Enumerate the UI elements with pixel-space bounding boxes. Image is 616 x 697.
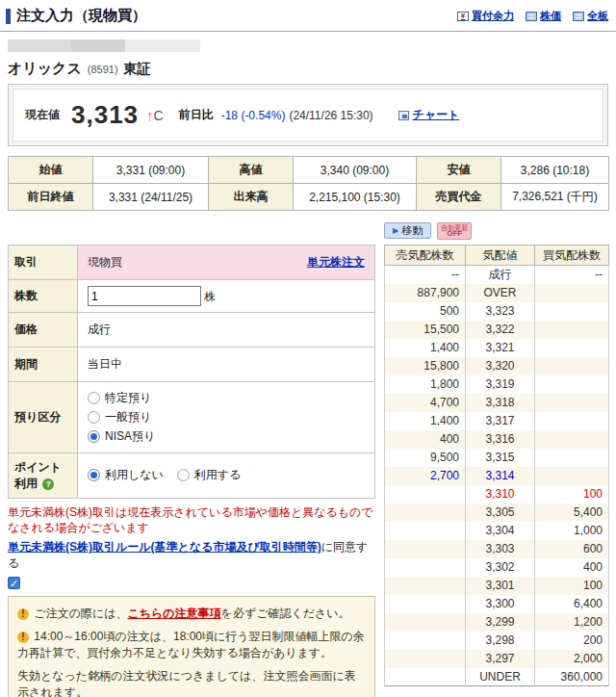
current-price-label: 現在値 — [25, 107, 60, 123]
order-book-price-cell: 3,310 — [466, 485, 535, 503]
order-book-price-cell: 3,304 — [466, 522, 535, 540]
order-book-buy-cell: 600 — [535, 540, 609, 558]
radio-icon[interactable] — [177, 469, 190, 481]
order-book-row: 9,5003,315 — [385, 449, 609, 467]
order-book-price-cell: 3,301 — [466, 577, 535, 595]
order-book-buy-cell — [535, 449, 609, 467]
radio-option[interactable]: 特定預り — [88, 390, 365, 406]
notes-box: ! ご注文の際には、こちらの注意事項を必ずご確認ください。 ! 14:00～16… — [8, 596, 375, 697]
order-book-price-cell: 3,319 — [466, 375, 535, 394]
order-book-row: 3,302400 — [385, 558, 609, 577]
order-book-row: 15,8003,320 — [385, 357, 609, 375]
deposit-type-label: 預り区分 — [9, 382, 78, 453]
period-label: 期間 — [9, 348, 78, 382]
order-book-sell-cell: 887,900 — [385, 284, 466, 302]
order-book-sell-cell: 400 — [385, 430, 466, 449]
order-book-buy-cell: 2,000 — [535, 650, 609, 668]
radio-selected-icon[interactable] — [88, 469, 100, 481]
full-board-link[interactable]: 全板 — [573, 9, 608, 23]
radio-option[interactable]: 利用する — [177, 467, 242, 483]
buying-power-link[interactable]: ¥ 買付余力 — [457, 9, 514, 23]
order-book-buy-cell: 100 — [535, 577, 609, 595]
sell-qty-header: 売気配株数 — [385, 245, 466, 266]
change-value: -18 (-0.54%) — [221, 109, 286, 122]
quote-box: 現在値 3,313 ↑ C 前日比 -18 (-0.54%) (24/11/26… — [8, 84, 608, 146]
turnover-label: 売買代金 — [417, 184, 501, 211]
order-book-row: 4,7003,318 — [385, 394, 609, 412]
order-book-row: 3,3041,000 — [385, 522, 609, 540]
order-book-body: --成行--887,900OVER5003,32315,5003,3221,40… — [385, 266, 609, 686]
order-book-buy-cell — [535, 467, 609, 485]
order-book-sell-cell — [385, 668, 466, 686]
order-form-panel: 取引 現物買 単元株注文 株数 株 価格 成行 — [8, 245, 375, 697]
prev-close-label: 前日終値 — [9, 184, 93, 211]
radio-label: 利用する — [194, 467, 242, 483]
order-book-sell-cell: 1,400 — [385, 339, 466, 357]
agree-checkbox[interactable] — [8, 577, 20, 589]
open-value: 3,331 (09:00) — [93, 157, 209, 184]
order-book-sell-cell: 9,500 — [385, 449, 466, 467]
radio-icon[interactable] — [88, 392, 100, 404]
order-book-price-cell: 3,318 — [466, 394, 535, 412]
order-book-sell-cell: 15,500 — [385, 321, 466, 339]
order-book-price-cell: 3,314 — [466, 467, 535, 485]
radio-option[interactable]: NISA預り — [88, 428, 365, 445]
radio-option[interactable]: 一般預り — [88, 409, 365, 426]
order-book-sell-cell: 2,700 — [385, 467, 466, 485]
deposit-type-options: 特定預り一般預りNISA預り — [78, 382, 375, 453]
turnover-value: 7,326,521 (千円) — [501, 184, 609, 211]
order-book-price-cell: 3,316 — [466, 430, 535, 449]
order-book-row: 4003,316 — [385, 430, 609, 449]
order-book-price-cell: UNDER — [466, 668, 535, 686]
quantity-input[interactable] — [88, 286, 201, 306]
move-button[interactable]: ▶ 移動 — [384, 222, 431, 239]
top-links: ¥ 買付余力 株価 全板 — [457, 9, 608, 23]
order-book-buy-cell: 6,400 — [535, 595, 609, 613]
volume-value: 2,215,100 (15:30) — [294, 184, 417, 211]
order-book-row: 5003,323 — [385, 302, 609, 321]
note-line-3: 失効となった銘柄の注文状況につきましては、注文照会画面に表示されます。 — [17, 668, 366, 697]
price-summary-table: 始値 3,331 (09:00) 高値 3,340 (09:00) 安値 3,2… — [8, 156, 609, 211]
order-book-price-cell: 3,322 — [466, 321, 535, 339]
order-book-sell-cell — [385, 595, 466, 613]
title-accent-bar — [6, 9, 11, 24]
order-book-row: 3,3006,400 — [385, 595, 609, 613]
order-book-price-cell: 3,321 — [466, 339, 535, 357]
point-use-options: 利用しない利用する — [78, 453, 375, 499]
order-book-row: 1,4003,321 — [385, 339, 609, 357]
auto-update-off-button[interactable]: 自動更新 OFF — [437, 222, 472, 240]
high-label: 高値 — [209, 157, 294, 184]
caution-link[interactable]: こちらの注意事項 — [127, 607, 220, 620]
volume-label: 出来高 — [209, 184, 294, 211]
stock-market: 東証 — [124, 61, 151, 78]
help-icon[interactable]: ? — [42, 478, 54, 490]
chart-link[interactable]: チャート — [398, 107, 460, 123]
stock-name: オリックス — [8, 60, 82, 78]
order-book-buy-cell — [535, 339, 609, 357]
order-book-buy-cell: 5,400 — [535, 503, 609, 522]
order-book-price-cell: 3,297 — [466, 650, 535, 668]
open-label: 始値 — [9, 157, 93, 184]
order-book-sell-cell: 15,800 — [385, 357, 466, 375]
radio-option[interactable]: 利用しない — [88, 467, 164, 483]
order-book-row: UNDER360,000 — [385, 668, 609, 686]
radio-icon[interactable] — [88, 411, 100, 424]
note-line-1: ! ご注文の際には、こちらの注意事項を必ずご確認ください。 — [17, 606, 366, 622]
stock-price-link[interactable]: 株価 — [526, 9, 561, 23]
order-book-price-cell: 3,305 — [466, 503, 535, 522]
low-value: 3,286 (10:18) — [501, 157, 609, 184]
quote-price-header: 気配値 — [466, 245, 535, 266]
radio-selected-icon[interactable] — [88, 430, 100, 443]
order-book-buy-cell — [535, 412, 609, 430]
odd-lot-order-link[interactable]: 単元株注文 — [307, 254, 365, 271]
order-book-sell-cell — [385, 577, 466, 595]
trade-value: 現物買 — [88, 254, 122, 271]
odd-lot-warning-text: 単元未満株(S株)取引は現在表示されている市場や価格と異なるものでなされる場合が… — [8, 504, 375, 535]
order-book-sell-cell — [385, 503, 466, 522]
trade-rule-link[interactable]: 単元未満株(S株)取引ルール(基準となる市場及び取引時間等) — [8, 540, 321, 554]
order-book-buy-cell: 1,000 — [535, 522, 609, 540]
buy-qty-header: 買気配株数 — [535, 245, 609, 266]
stock-header: オリックス (8591) 東証 — [8, 60, 608, 78]
warning-icon: ! — [17, 632, 29, 643]
price-label: 価格 — [9, 313, 78, 348]
